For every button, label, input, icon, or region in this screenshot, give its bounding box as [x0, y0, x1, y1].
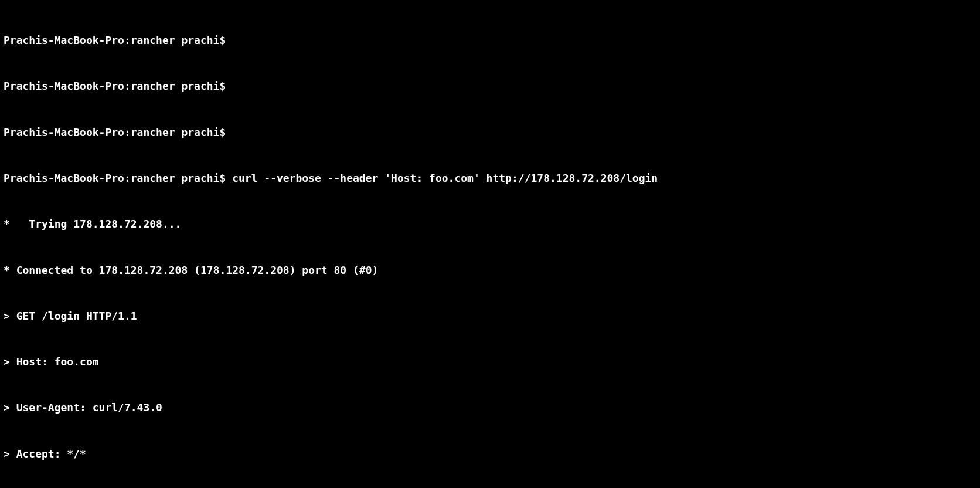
- terminal-line: Prachis-MacBook-Pro:rancher prachi$ curl…: [4, 171, 976, 186]
- terminal-line: > GET /login HTTP/1.1: [4, 309, 976, 324]
- terminal-line: > User-Agent: curl/7.43.0: [4, 400, 976, 415]
- terminal-output[interactable]: Prachis-MacBook-Pro:rancher prachi$ Prac…: [4, 2, 976, 488]
- terminal-line: * Trying 178.128.72.208...: [4, 216, 976, 232]
- terminal-line: Prachis-MacBook-Pro:rancher prachi$: [4, 79, 976, 94]
- terminal-line: > Accept: */*: [4, 446, 976, 462]
- terminal-line: Prachis-MacBook-Pro:rancher prachi$: [4, 33, 976, 48]
- terminal-line: * Connected to 178.128.72.208 (178.128.7…: [4, 263, 976, 278]
- terminal-line: > Host: foo.com: [4, 354, 976, 370]
- terminal-line: Prachis-MacBook-Pro:rancher prachi$: [4, 125, 976, 140]
